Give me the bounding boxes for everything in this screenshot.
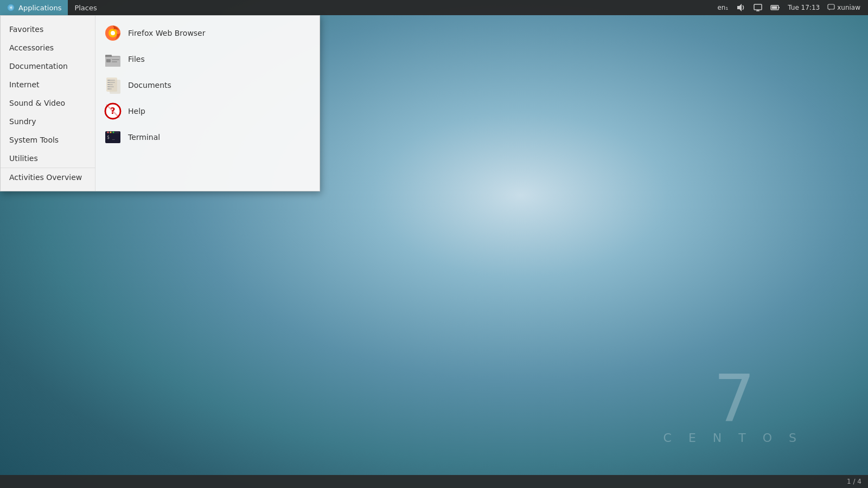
terminal-icon: $ _	[104, 129, 122, 146]
app-name-firefox: Firefox Web Browser	[128, 29, 206, 37]
display-icon-button[interactable]	[750, 0, 766, 15]
places-label: Places	[74, 4, 97, 12]
places-menu-button[interactable]: Places	[68, 0, 103, 15]
app-name-help: Help	[128, 107, 145, 115]
battery-icon	[770, 3, 780, 12]
app-name-terminal: Terminal	[128, 133, 160, 142]
app-item-firefox[interactable]: Firefox Web Browser	[95, 20, 320, 46]
keyboard-layout-label: en₁	[717, 4, 728, 11]
datetime-display[interactable]: Tue 17:13	[784, 0, 823, 15]
username-label: xuniaw	[837, 4, 860, 11]
applications-menu-button[interactable]: ✳ Applications	[0, 0, 68, 15]
svg-text:?: ?	[110, 106, 115, 116]
firefox-icon	[104, 24, 122, 42]
svg-point-32	[107, 132, 109, 133]
category-utilities[interactable]: Utilities	[1, 149, 95, 168]
svg-rect-17	[106, 59, 111, 62]
menu-apps-panel: Firefox Web Browser Files	[95, 16, 320, 191]
top-panel: ✳ Applications Places en₁	[0, 0, 868, 15]
battery-icon-button[interactable]	[767, 0, 783, 15]
volume-icon-button[interactable]	[732, 0, 749, 15]
app-item-help[interactable]: ? Help	[95, 98, 320, 124]
applications-icon: ✳	[7, 3, 15, 12]
menu-categories-panel: Favorites Accessories Documentation Inte…	[1, 16, 95, 191]
workspace-pager: 1 / 4	[847, 478, 861, 485]
activities-overview-button[interactable]: Activities Overview	[1, 168, 95, 187]
category-system-tools[interactable]: System Tools	[1, 131, 95, 149]
app-item-terminal[interactable]: $ _ Terminal	[95, 124, 320, 150]
category-documentation[interactable]: Documentation	[1, 57, 95, 75]
desktop: ✳ Applications Places en₁	[0, 0, 868, 488]
svg-rect-8	[772, 7, 777, 9]
svg-marker-10	[829, 9, 830, 10]
app-item-files[interactable]: Files	[95, 46, 320, 72]
panel-right: en₁	[714, 0, 868, 15]
svg-point-34	[113, 132, 114, 133]
category-sound-video[interactable]: Sound & Video	[1, 94, 95, 112]
category-internet[interactable]: Internet	[1, 75, 95, 94]
svg-point-33	[110, 132, 112, 133]
svg-text:$ _: $ _	[107, 135, 115, 140]
category-accessories[interactable]: Accessories	[1, 38, 95, 57]
files-icon	[104, 50, 122, 68]
bottom-bar: 1 / 4	[0, 475, 868, 488]
svg-rect-9	[828, 4, 834, 9]
svg-rect-3	[754, 4, 762, 10]
centos-watermark: 7 C E N T O S	[663, 366, 803, 445]
chat-icon	[827, 4, 835, 11]
svg-rect-19	[112, 61, 117, 62]
keyboard-layout-indicator[interactable]: en₁	[714, 0, 731, 15]
application-menu: Favorites Accessories Documentation Inte…	[0, 15, 320, 191]
app-name-files: Files	[128, 55, 145, 63]
category-favorites[interactable]: Favorites	[1, 20, 95, 38]
svg-text:✳: ✳	[8, 4, 13, 11]
display-icon	[753, 3, 763, 12]
help-icon: ?	[104, 102, 122, 120]
volume-icon	[736, 3, 745, 12]
svg-point-13	[111, 31, 115, 35]
datetime-label: Tue 17:13	[788, 4, 820, 11]
app-item-documents[interactable]: Documents	[95, 72, 320, 98]
panel-left: ✳ Applications Places	[0, 0, 104, 15]
documents-icon	[104, 76, 122, 94]
svg-rect-18	[112, 59, 119, 60]
centos-version-number: 7	[663, 366, 803, 431]
svg-rect-26	[110, 80, 120, 94]
app-name-documents: Documents	[128, 81, 171, 89]
category-sundry[interactable]: Sundry	[1, 112, 95, 131]
applications-label: Applications	[18, 4, 61, 12]
user-menu-button[interactable]: xuniaw	[824, 0, 864, 15]
svg-marker-2	[737, 4, 742, 11]
svg-rect-7	[778, 7, 780, 8]
centos-brand-name: C E N T O S	[663, 431, 803, 445]
